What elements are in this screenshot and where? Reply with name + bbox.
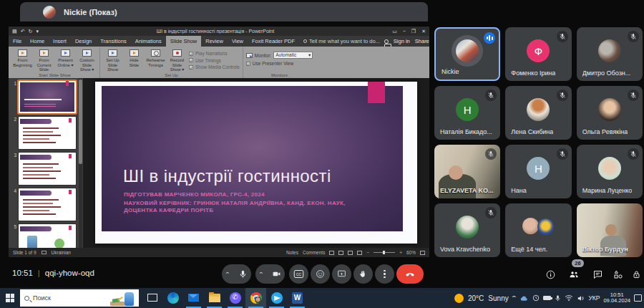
tellme-box[interactable]: Tell me what you want to do...	[299, 36, 384, 47]
zoom-slider[interactable]	[374, 252, 395, 253]
taskbar-clock[interactable]: 10:5109.04.2024	[603, 292, 630, 304]
ribbon-tab-transitions[interactable]: Transitions	[96, 36, 130, 47]
ribbon-button-from-beginning[interactable]: FromBeginning	[13, 49, 32, 67]
sign-in-button[interactable]: Sign in	[394, 38, 410, 44]
start-button[interactable]	[6, 294, 14, 302]
participant-tile-7[interactable]: ELYZAVETA KO...	[434, 145, 500, 198]
participant-tile-4[interactable]: ННаталія Бикадо...	[434, 86, 500, 140]
redo-icon[interactable]: ↻	[29, 29, 33, 34]
ribbon-tab-view[interactable]: View	[228, 36, 248, 47]
activities-button[interactable]	[610, 266, 626, 282]
notes-button[interactable]: Notes	[286, 250, 298, 255]
weather-widget[interactable]: 20°C Sunny	[454, 288, 509, 308]
search-box[interactable]: Поиск	[20, 289, 139, 307]
taskbar-app-word[interactable]: W	[287, 288, 308, 308]
hidden-icons-chevron-icon[interactable]: ⌃	[510, 295, 517, 302]
language-indicator[interactable]: УКР	[588, 294, 600, 302]
ribbon-button-set-up-slide-show[interactable]: Set UpSlide Show	[103, 49, 122, 72]
monitor-dropdown[interactable]: Automatic▾	[273, 52, 313, 59]
ribbon-button-from-current-slide[interactable]: FromCurrent Slide	[34, 49, 54, 72]
participant-tile-10[interactable]: Vova Kravchenko	[434, 203, 500, 257]
ribbon-button-present-online[interactable]: PresentOnline ▾	[56, 49, 75, 67]
participant-tile-12[interactable]: Віктор Бурдун	[577, 203, 643, 257]
meeting-details-button[interactable]	[542, 266, 558, 282]
taskbar-app-task-view[interactable]	[142, 288, 162, 308]
taskbar-app-edge[interactable]	[162, 288, 183, 308]
zoom-in-icon[interactable]: +	[399, 250, 402, 255]
ribbon-tab-foxit-reader-pdf[interactable]: Foxit Reader PDF	[248, 36, 299, 47]
checkbox-show-media-controls[interactable]: ✓Show Media Controls	[189, 64, 240, 69]
undo-icon[interactable]: ↶	[21, 29, 25, 34]
normal-view-icon[interactable]	[329, 251, 334, 255]
thumbnail-scrollbar[interactable]	[79, 80, 82, 164]
battery-icon[interactable]	[543, 296, 551, 300]
ribbon-button-hide-slide[interactable]: HideSlide	[125, 49, 144, 67]
taskbar-app-telegram[interactable]	[266, 288, 287, 308]
minimize-button[interactable]: −	[403, 29, 406, 34]
checkbox-use-timings[interactable]: ✓Use Timings	[189, 58, 240, 63]
taskbar-app-explorer[interactable]	[204, 288, 225, 308]
ribbon-button-rehearse-timings[interactable]: RehearseTimings	[146, 49, 165, 67]
participant-tile-1[interactable]: Nickie	[434, 27, 500, 81]
slide-thumbnail-3[interactable]: 3	[12, 153, 77, 185]
participant-tile-2[interactable]: ФФоменко Ірина	[505, 27, 571, 81]
ribbon-button-record-slide-show[interactable]: Record SlideShow ▾	[167, 49, 187, 72]
participant-tile-9[interactable]: Марина Луценко	[577, 145, 643, 198]
camera-button[interactable]: ⌃	[255, 264, 285, 284]
chat-button[interactable]	[590, 266, 605, 282]
mic-button[interactable]: ⌃	[222, 264, 251, 284]
slide-thumbnail-2[interactable]: 2	[12, 117, 77, 149]
ribbon-tab-review[interactable]: Review	[201, 36, 228, 47]
participant-tile-8[interactable]: ННана	[505, 145, 571, 198]
restore-button[interactable]: ❐	[411, 29, 416, 34]
leave-call-button[interactable]	[396, 264, 424, 284]
onedrive-icon[interactable]	[519, 295, 529, 302]
share-button[interactable]: Share	[415, 38, 429, 44]
tray-mic-icon[interactable]	[555, 294, 561, 302]
tray-app-icon[interactable]	[532, 294, 540, 302]
action-center-icon[interactable]	[634, 294, 642, 302]
status-language[interactable]: Ukrainian	[52, 250, 71, 255]
participant-tile-3[interactable]: Дмитро Обозн...	[577, 27, 643, 81]
mic-options-chevron-icon[interactable]: ⌃	[225, 271, 230, 277]
ribbon-tab-slide-show[interactable]: Slide Show	[166, 36, 202, 47]
collapse-ribbon-icon[interactable]: ⌃	[423, 251, 426, 256]
participant-tile-5[interactable]: Лена Скибина	[505, 86, 571, 140]
slide-canvas[interactable]: ШІ в індустрії гостинності ПІДГОТУВАВ МА…	[95, 82, 417, 244]
sorter-view-icon[interactable]	[338, 251, 343, 255]
camera-options-chevron-icon[interactable]: ⌃	[258, 271, 264, 277]
ribbon-tab-insert[interactable]: Insert	[49, 36, 71, 47]
ribbon-tab-file[interactable]: File	[9, 36, 26, 47]
slideshow-view-icon[interactable]	[357, 251, 362, 255]
slide-thumbnail-1[interactable]: 1	[12, 81, 77, 113]
close-button[interactable]: ✕	[421, 29, 426, 34]
zoom-out-icon[interactable]: −	[366, 250, 369, 255]
use-presenter-view-checkbox[interactable]: ✓ Use Presenter View	[246, 61, 313, 66]
taskbar-app-viber[interactable]	[225, 288, 245, 308]
quick-access-toolbar[interactable]: ▤ ↶ ↻ ▾	[12, 29, 39, 34]
slide-thumbnail-5[interactable]: 5	[12, 224, 77, 248]
slide-thumbnail-4[interactable]: 4	[12, 188, 77, 221]
captions-button[interactable]: CC	[289, 264, 308, 284]
ribbon-tab-animations[interactable]: Animations	[131, 36, 166, 47]
wifi-icon[interactable]	[565, 294, 573, 302]
raise-hand-button[interactable]	[353, 264, 373, 284]
ribbon-options-icon[interactable]: ▭	[392, 29, 397, 34]
host-controls-button[interactable]	[628, 266, 644, 282]
monitor-dropdown-row[interactable]: Monitor: Automatic▾	[246, 52, 313, 59]
taskbar-app-chrome[interactable]	[245, 288, 266, 308]
reactions-button[interactable]	[311, 264, 330, 284]
more-options-button[interactable]	[375, 264, 394, 284]
volume-icon[interactable]	[577, 294, 585, 302]
zoom-level[interactable]: 60%	[406, 250, 416, 255]
ribbon-button-custom-slide-show[interactable]: Custom SlideShow ▾	[77, 49, 97, 72]
ribbon-tab-design[interactable]: Design	[71, 36, 96, 47]
taskbar-app-mail[interactable]	[183, 288, 204, 308]
reading-view-icon[interactable]	[348, 251, 353, 255]
present-button[interactable]	[332, 264, 351, 284]
participant-tile-11[interactable]: Ещё 14 чел.	[505, 203, 571, 257]
comments-button[interactable]: Comments	[303, 250, 325, 255]
participants-button[interactable]	[566, 266, 582, 282]
save-icon[interactable]: ▤	[12, 29, 17, 34]
ribbon-tab-home[interactable]: Home	[26, 36, 49, 47]
